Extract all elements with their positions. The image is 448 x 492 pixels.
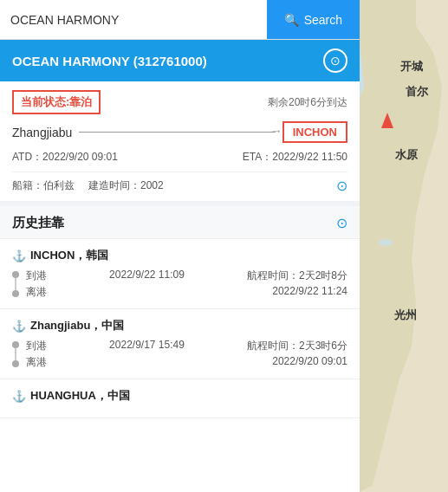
left-panel: 🔍 Search OCEAN HARMONY (312761000) ⊙ 当前状… [0,0,360,492]
status-box: 当前状态:靠泊 [12,90,101,114]
history-item-3: ⚓ HUANGHUA，中国 [0,379,360,418]
map-label-seoul: 首尔 [406,84,428,100]
history-departure-row-1: 离港 2022/9/22 11:24 [26,285,347,300]
anchor-icon-2: ⚓ [12,320,26,333]
port-from: Zhangjiabu [12,126,72,139]
history-item-2-details: 到港 2022/9/17 15:49 航程时间：2天3时6分 离港 2022/9… [12,339,347,370]
duration-1: 航程时间：2天2时8分 [247,269,347,283]
map-label-gaeseong: 开城 [400,59,423,74]
arrival-time-1: 2022/9/22 11:09 [109,269,185,283]
vessel-flag: 船籍：伯利兹 [12,178,75,193]
history-item-1-details: 到港 2022/9/22 11:09 航程时间：2天2时8分 离港 2022/9… [12,269,347,300]
vessel-details-row: 船籍：伯利兹 建造时间：2002 ⊙ [12,178,347,194]
dot-departure-1 [12,290,19,297]
dot-connector-1 [15,278,16,290]
history-times-1: 到港 2022/9/22 11:09 航程时间：2天2时8分 离港 2022/9… [26,269,347,300]
map-label-suwon: 水原 [395,147,418,163]
search-button[interactable]: 🔍 Search [267,0,360,39]
duration-2: 航程时间：2天3时6分 [247,339,347,353]
history-port-name-2: ⚓ Zhangjiabu，中国 [12,318,347,333]
search-icon: 🔍 [284,13,299,27]
ship-info-card: 当前状态:靠泊 剩余20时6分到达 Zhangjiabu INCHON ATD：… [0,81,360,206]
atd-label: ATD：2022/9/20 09:01 [12,150,118,165]
history-port-label-1: INCHON，韩国 [30,248,108,263]
history-section: 历史挂靠 ⊙ ⚓ INCHON，韩国 到港 2022/9/22 11:09 [0,206,360,492]
times-row: ATD：2022/9/20 09:01 ETA：2022/9/22 11:50 [12,150,347,165]
eta-label: ETA：2022/9/22 11:50 [243,150,347,165]
history-expand-button[interactable]: ⊙ [336,215,347,231]
history-port-name-3: ⚓ HUANGHUA，中国 [12,388,347,404]
departure-time-1: 2022/9/22 11:24 [272,285,347,300]
dot-line-2 [12,339,19,370]
dot-arrival-1 [12,271,19,278]
anchor-icon-3: ⚓ [12,390,26,403]
ship-header: OCEAN HARMONY (312761000) ⊙ [0,40,360,81]
port-to-label: INCHON [293,126,337,139]
departure-time-2: 2022/9/20 09:01 [272,355,347,370]
map-label-gwangju: 光州 [394,308,417,323]
status-text: 当前状态:靠泊 [21,95,92,108]
history-arrival-row-2: 到港 2022/9/17 15:49 航程时间：2天3时6分 [26,339,347,353]
search-input[interactable] [0,0,267,39]
search-bar: 🔍 Search [0,0,360,40]
vessel-built: 建造时间：2002 [88,178,164,193]
search-button-label: Search [304,13,342,27]
svg-point-3 [379,239,393,246]
arrival-time-2: 2022/9/17 15:49 [109,339,185,353]
departure-label-1: 离港 [26,285,47,300]
route-arrow [79,132,275,133]
history-header: 历史挂靠 ⊙ [0,206,360,239]
history-arrival-row-1: 到港 2022/9/22 11:09 航程时间：2天2时8分 [26,269,347,283]
anchor-icon-1: ⚓ [12,249,26,262]
port-to-box: INCHON [282,121,347,143]
departure-label-2: 离港 [26,355,47,370]
history-port-label-3: HUANGHUA，中国 [30,388,130,404]
dot-connector-2 [15,348,16,360]
status-row: 当前状态:靠泊 剩余20时6分到达 [12,90,347,114]
svg-point-5 [367,422,378,427]
dot-line-1 [12,269,19,300]
arrival-label-2: 到港 [26,339,47,353]
history-times-2: 到港 2022/9/17 15:49 航程时间：2天3时6分 离港 2022/9… [26,339,347,370]
ship-header-label: OCEAN HARMONY (312761000) [12,54,207,68]
history-port-label-2: Zhangjiabu，中国 [30,318,124,333]
dot-arrival-2 [12,341,19,348]
ship-header-expand-button[interactable]: ⊙ [323,49,347,73]
history-title: 历史挂靠 [12,215,64,231]
dot-departure-2 [12,360,19,367]
divider [12,172,347,172]
svg-point-6 [359,440,366,443]
route-row: Zhangjiabu INCHON [12,121,347,143]
history-item-2: ⚓ Zhangjiabu，中国 到港 2022/9/17 15:49 航程时间：… [0,309,360,379]
history-item: ⚓ INCHON，韩国 到港 2022/9/22 11:09 航程时间：2天2时… [0,239,360,309]
history-port-name-1: ⚓ INCHON，韩国 [12,248,347,263]
arrival-label-1: 到港 [26,269,47,283]
vessel-expand-button[interactable]: ⊙ [336,178,347,194]
time-remaining: 剩余20时6分到达 [268,95,347,110]
history-departure-row-2: 离港 2022/9/20 09:01 [26,355,347,370]
